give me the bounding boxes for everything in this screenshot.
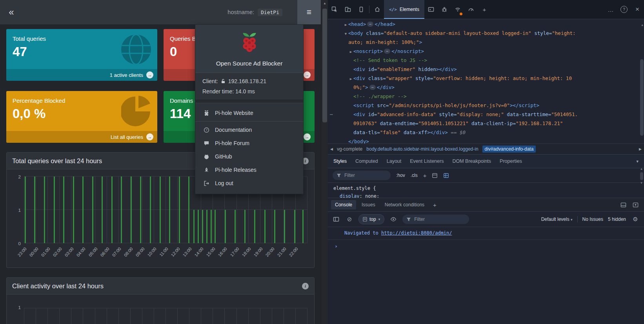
node-menu-dots-icon[interactable]: ⋯ — [330, 110, 333, 118]
collapsed-content-pill[interactable]: ⋯ — [367, 22, 373, 27]
performance-gauge-icon[interactable] — [464, 0, 478, 19]
scroll-up-arrow[interactable]: ▲ — [321, 0, 328, 6]
card-footer[interactable]: List all queries → — [6, 131, 157, 143]
styles-tab-event-listeners[interactable]: Event Listeners — [410, 158, 444, 164]
more-options-icon[interactable]: … — [604, 0, 617, 19]
clear-console-icon[interactable]: ⊘ — [345, 216, 354, 223]
dropdown-item-github[interactable]: GitHub — [195, 150, 303, 163]
close-devtools-icon[interactable]: × — [631, 0, 644, 19]
network-wifi-icon[interactable] — [451, 0, 464, 19]
dom-tree-row[interactable]: ▶<noscript>⋯</noscript> — [328, 47, 644, 56]
console-expand-icon[interactable] — [630, 202, 641, 208]
styles-filter-input[interactable] — [344, 172, 387, 178]
dom-tree-row[interactable]: ⋯ <div id="advanced-info-data" style="di… — [328, 110, 644, 119]
dom-tree-row[interactable]: ▶<head>⋯</head> — [328, 20, 644, 29]
dropdown-item-pi-hole-forum[interactable]: Pi-hole Forum — [195, 137, 303, 150]
dom-tree-row[interactable]: <script src="/admin/scripts/pi-hole/js/f… — [328, 101, 644, 110]
console-tab-network-conditions[interactable]: Network conditions — [381, 200, 428, 209]
page-scrollbar[interactable]: ▲ — [321, 0, 328, 324]
live-expression-eye-icon[interactable] — [389, 216, 398, 222]
console-context-selector[interactable]: top ▾ — [358, 214, 384, 224]
dom-tree-row[interactable]: <!-- Send token to JS --> — [328, 56, 644, 65]
console-tab-issues[interactable]: Issues — [358, 200, 379, 209]
breadcrumb-item-body[interactable]: body.default-auto.sidebar-mini.layout-bo… — [366, 146, 478, 152]
device-frame-icon[interactable] — [355, 0, 368, 19]
breadcrumb-item-div-advanced-info-data[interactable]: div#advanced-info-data — [482, 146, 536, 153]
collapsed-content-pill[interactable]: ⋯ — [384, 49, 390, 54]
dom-tree-row[interactable]: 0910763" data-endtime="5014051.1051221" … — [328, 119, 644, 128]
home-icon[interactable] — [371, 0, 384, 19]
styles-tab-dom-breakpoints[interactable]: DOM Breakpoints — [452, 158, 491, 164]
no-issues-status[interactable]: No Issues — [582, 217, 603, 222]
card-footer[interactable]: 1 active clients → — [6, 69, 157, 81]
code-token: <noscript> — [353, 48, 383, 54]
dom-tree-row[interactable]: </body> — [328, 137, 644, 144]
console-tab-console[interactable]: Console — [331, 200, 356, 209]
console-messages[interactable]: Navigated to http://dietpi:8080/admin/ › — [328, 227, 644, 324]
expand-arrow-icon[interactable]: ▶ — [348, 48, 353, 56]
dom-tree-row[interactable]: 0%;">⋯</div> — [328, 83, 644, 92]
query-bar — [131, 177, 132, 243]
dom-tree-row[interactable]: auto; min-height: 100%;"> — [328, 38, 644, 47]
styles-tab-layout[interactable]: Layout — [387, 158, 402, 164]
element-style-block[interactable]: element.style { display: none; — [328, 183, 644, 198]
breadcrumb-right-arrow[interactable]: ▶ — [639, 147, 642, 151]
card-total-queries[interactable]: Total queries 47 1 active clients → — [6, 29, 157, 81]
console-message-link[interactable]: http://dietpi:8080/admin/ — [381, 230, 452, 236]
dom-tree-row[interactable]: ▶<div class="wrapper" style="overflow: h… — [328, 74, 644, 83]
elements-tree[interactable]: ▲ ▶<head>⋯</head>▼<body class="default-a… — [328, 19, 644, 144]
expand-arrow-icon[interactable]: ▶ — [343, 21, 348, 29]
bug-icon[interactable] — [438, 0, 451, 19]
breadcrumb-item-vg-complete[interactable]: vg-complete — [337, 146, 362, 152]
query-bar — [244, 210, 246, 243]
styles-scrollbar[interactable]: ▲ ▼ — [639, 167, 644, 193]
query-bar — [215, 210, 216, 243]
console-filter-input[interactable] — [413, 216, 465, 222]
font-editor-icon[interactable] — [432, 173, 438, 178]
styles-scrollbar-thumb[interactable] — [640, 172, 643, 180]
menu-toggle-button[interactable]: ≡ — [297, 0, 321, 24]
toggle-element-state-button[interactable]: :hov — [396, 173, 405, 178]
default-levels-dropdown[interactable]: Default levels ▾ — [541, 217, 573, 222]
new-style-rule-button[interactable]: + — [423, 172, 427, 179]
console-panel-icon[interactable] — [424, 0, 438, 19]
dom-tree-row[interactable]: <div id="enableTimer" hidden></div> — [328, 65, 644, 74]
dropdown-item-log-out[interactable]: Log out — [195, 177, 303, 190]
console-settings-gear-icon[interactable]: ⚙ — [631, 216, 640, 223]
inspect-element-icon[interactable] — [328, 0, 341, 19]
dropdown-item-documentation[interactable]: ?Documentation — [195, 123, 303, 137]
device-toolbar-icon[interactable] — [341, 0, 355, 19]
styles-scroll-down-arrow[interactable]: ▼ — [640, 181, 643, 185]
console-filter[interactable] — [402, 215, 469, 224]
styles-scroll-up-arrow[interactable]: ▲ — [640, 167, 643, 171]
console-sidebar-icon[interactable] — [332, 216, 340, 222]
help-icon[interactable]: ? — [617, 0, 631, 19]
scrollbar-thumb[interactable] — [322, 9, 327, 122]
dropdown-item-pi-hole-website[interactable]: Pi-hole Website — [195, 106, 303, 120]
console-dock-icon[interactable] — [618, 202, 629, 208]
dropdown-item-pi-hole-releases[interactable]: Pi-hole Releases — [195, 163, 303, 177]
dom-tree-row[interactable]: data-tls="false" data-xff></div> == $0 — [328, 128, 644, 137]
element-classes-button[interactable]: .cls — [411, 173, 418, 178]
expand-arrow-icon[interactable]: ▼ — [343, 30, 348, 38]
styles-filter[interactable] — [333, 171, 391, 180]
dom-tree-row[interactable]: <!-- ./wrapper --> — [328, 92, 644, 101]
hidden-messages-count[interactable]: 5 hidden — [608, 217, 626, 222]
styles-tab-properties[interactable]: Properties — [500, 158, 522, 164]
query-bar — [63, 177, 64, 243]
sidebar-collapse-icon[interactable]: « — [0, 0, 23, 24]
add-tab-icon[interactable]: + — [478, 0, 491, 19]
console-prompt-icon[interactable]: › — [328, 240, 644, 250]
expand-arrow-icon[interactable]: ▶ — [348, 75, 353, 83]
styles-tab-styles[interactable]: Styles — [333, 158, 347, 164]
collapsed-content-pill[interactable]: ⋯ — [369, 85, 376, 90]
info-icon[interactable]: i — [302, 283, 309, 289]
tab-elements[interactable]: </> Elements — [384, 0, 424, 19]
dom-tree-row[interactable]: ▼<body class="default-auto sidebar-mini … — [328, 29, 644, 38]
styles-tab-computed[interactable]: Computed — [355, 158, 378, 164]
card-percentage-blocked[interactable]: Percentage Blocked 0,0 % List all querie… — [6, 91, 157, 143]
console-add-tab-icon[interactable]: + — [430, 202, 440, 208]
breadcrumb-left-arrow[interactable]: ◀ — [330, 147, 333, 151]
grid-editor-icon[interactable] — [443, 173, 449, 178]
styles-tabs-overflow-chevron-icon[interactable]: ▾ — [636, 159, 639, 164]
